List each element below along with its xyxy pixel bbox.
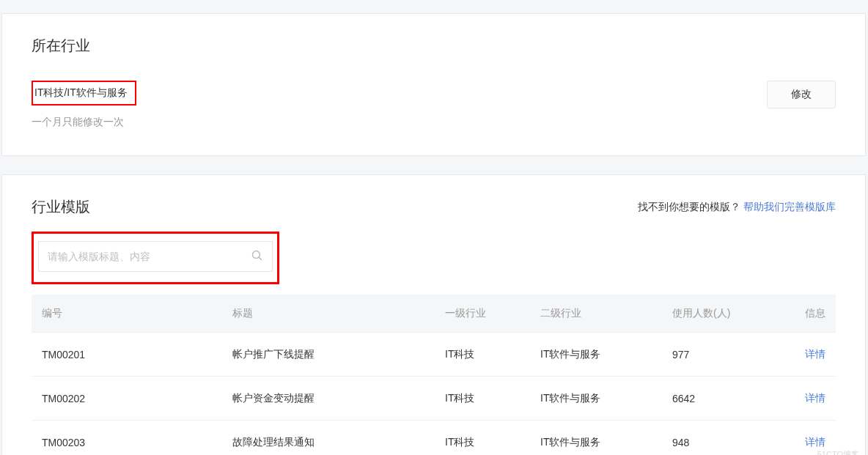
template-card: 行业模版 找不到你想要的模版？ 帮助我们完善模版库 编号 标题 一级行业 二级行… xyxy=(1,174,866,455)
search-input[interactable] xyxy=(48,251,251,262)
cell-title: 帐户推广下线提醒 xyxy=(232,348,445,361)
cell-id: TM00203 xyxy=(42,437,232,448)
cell-level2: IT软件与服务 xyxy=(540,392,672,405)
table-row: TM00202 帐户资金变动提醒 IT科技 IT软件与服务 6642 详情 xyxy=(32,377,836,421)
industry-value: IT科技/IT软件与服务 xyxy=(34,86,128,98)
cell-id: TM00202 xyxy=(42,393,232,404)
cell-level1: IT科技 xyxy=(445,436,540,449)
cell-level2: IT软件与服务 xyxy=(540,436,672,449)
template-help-prefix: 找不到你想要的模版？ xyxy=(638,201,740,212)
industry-row: IT科技/IT软件与服务 一个月只能修改一次 修改 xyxy=(32,81,836,129)
search-highlight xyxy=(32,232,279,284)
detail-link[interactable]: 详情 xyxy=(805,436,825,448)
template-help: 找不到你想要的模版？ 帮助我们完善模版库 xyxy=(638,201,836,214)
detail-link[interactable]: 详情 xyxy=(805,348,825,360)
industry-value-highlight: IT科技/IT软件与服务 xyxy=(32,81,136,106)
cell-level1: IT科技 xyxy=(445,348,540,361)
cell-title: 故障处理结果通知 xyxy=(232,436,445,449)
cell-level2: IT软件与服务 xyxy=(540,348,672,361)
search-icon[interactable] xyxy=(251,249,263,264)
svg-line-1 xyxy=(259,257,262,260)
modify-button[interactable]: 修改 xyxy=(767,81,836,108)
template-table: 编号 标题 一级行业 二级行业 使用人数(人) 信息 TM00201 帐户推广下… xyxy=(32,295,836,455)
cell-count: 977 xyxy=(672,349,781,360)
th-count: 使用人数(人) xyxy=(672,307,781,320)
th-title: 标题 xyxy=(232,307,445,320)
table-row: TM00201 帐户推广下线提醒 IT科技 IT软件与服务 977 详情 xyxy=(32,333,836,377)
th-level2: 二级行业 xyxy=(540,307,672,320)
industry-hint: 一个月只能修改一次 xyxy=(32,116,767,129)
cell-id: TM00201 xyxy=(42,349,232,360)
industry-section-title: 所在行业 xyxy=(32,36,836,56)
industry-card: 所在行业 IT科技/IT软件与服务 一个月只能修改一次 修改 xyxy=(1,13,866,156)
template-head-row: 行业模版 找不到你想要的模版？ 帮助我们完善模版库 xyxy=(32,197,836,217)
table-header-row: 编号 标题 一级行业 二级行业 使用人数(人) 信息 xyxy=(32,295,836,333)
template-section-title: 行业模版 xyxy=(32,197,90,217)
th-id: 编号 xyxy=(42,307,232,320)
detail-link[interactable]: 详情 xyxy=(805,392,825,404)
industry-left: IT科技/IT软件与服务 一个月只能修改一次 xyxy=(32,81,767,129)
template-help-link[interactable]: 帮助我们完善模版库 xyxy=(743,201,836,212)
cell-title: 帐户资金变动提醒 xyxy=(232,392,445,405)
table-row: TM00203 故障处理结果通知 IT科技 IT软件与服务 948 详情 xyxy=(32,421,836,455)
cell-count: 948 xyxy=(672,437,781,448)
svg-point-0 xyxy=(252,251,260,258)
search-box[interactable] xyxy=(38,241,273,272)
cell-level1: IT科技 xyxy=(445,392,540,405)
cell-count: 6642 xyxy=(672,393,781,404)
th-info: 信息 xyxy=(781,307,825,320)
th-level1: 一级行业 xyxy=(445,307,540,320)
